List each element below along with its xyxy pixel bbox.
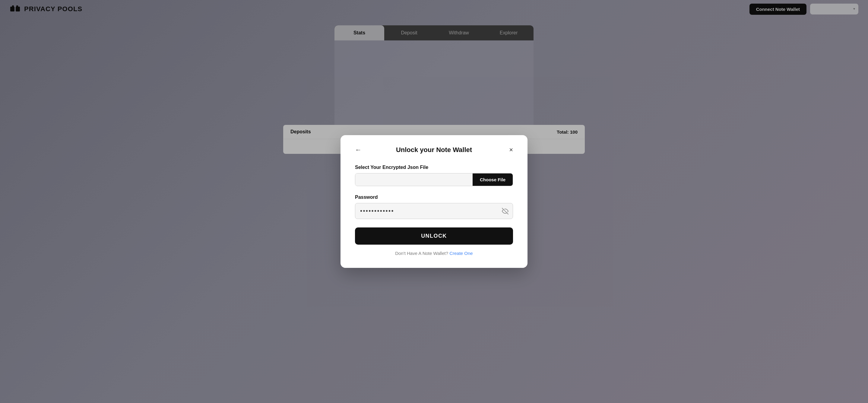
- footer-text: Don't Have A Note Wallet?: [395, 251, 448, 256]
- modal-header: ← Unlock your Note Wallet ×: [355, 146, 513, 154]
- file-input-row: Choose File: [355, 173, 513, 186]
- file-field-label: Select Your Encrypted Json File: [355, 165, 513, 170]
- modal-title: Unlock your Note Wallet: [396, 146, 472, 154]
- modal-overlay: ← Unlock your Note Wallet × Select Your …: [0, 0, 868, 403]
- password-field-label: Password: [355, 194, 513, 200]
- modal-back-button[interactable]: ←: [355, 147, 362, 153]
- password-input[interactable]: [355, 203, 513, 219]
- password-input-wrap: [355, 203, 513, 219]
- password-toggle-button[interactable]: [502, 208, 508, 214]
- file-field-group: Select Your Encrypted Json File Choose F…: [355, 165, 513, 186]
- file-text-input[interactable]: [355, 174, 473, 186]
- modal-close-button[interactable]: ×: [509, 147, 513, 153]
- create-one-link[interactable]: Create One: [450, 251, 473, 256]
- unlock-button[interactable]: UNLOCK: [355, 227, 513, 245]
- modal-footer: Don't Have A Note Wallet? Create One: [355, 251, 513, 256]
- choose-file-button[interactable]: Choose File: [473, 174, 513, 186]
- eye-off-icon: [502, 208, 508, 214]
- password-field-group: Password: [355, 194, 513, 219]
- unlock-modal: ← Unlock your Note Wallet × Select Your …: [341, 135, 527, 268]
